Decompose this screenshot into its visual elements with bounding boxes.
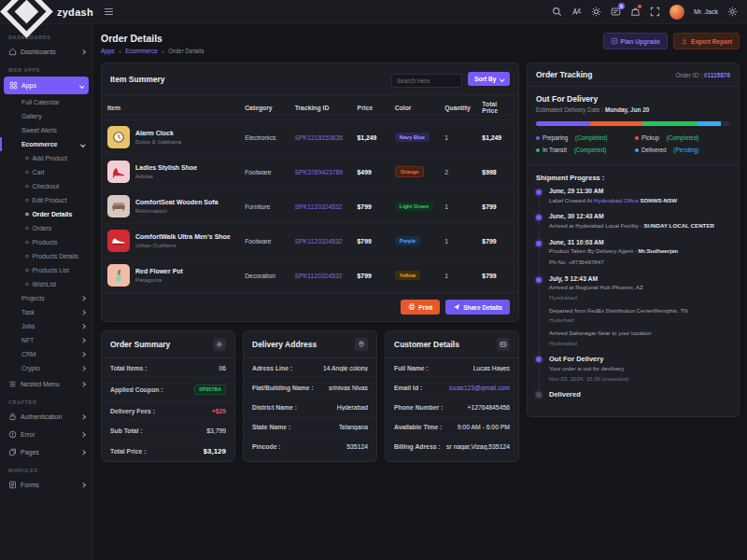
email-link[interactable]: lucas123@gmail.com <box>449 385 510 391</box>
delivery-status-heading: Out For Delivery <box>536 94 730 104</box>
alert-circle-icon <box>8 430 17 439</box>
sidebar-item-ecommerce[interactable]: Ecommerce <box>0 137 92 151</box>
sidebar-item-jobs[interactable]: Jobs <box>0 319 92 333</box>
order-summary-settings-button[interactable] <box>213 338 226 351</box>
sidebar-item-crm[interactable]: CRM <box>0 347 92 361</box>
search-input[interactable] <box>391 74 462 88</box>
color-badge: Purple <box>395 236 420 245</box>
sidebar-item-full-calendar[interactable]: Full Calendar <box>0 95 92 109</box>
logo[interactable]: zydash <box>0 0 93 24</box>
timeline-dot <box>536 189 542 195</box>
cart-icon[interactable] <box>630 7 641 17</box>
bullet-icon <box>25 283 29 287</box>
order-tracking-card: Order Tracking Order ID : #1115876 Out F… <box>527 63 740 417</box>
sidebar-item-products[interactable]: Products <box>0 235 92 249</box>
col-color: Color <box>389 95 440 120</box>
menu-icon[interactable] <box>105 8 113 16</box>
table-row: Ladies Stylish ShoeAdidas Footware SPK37… <box>102 155 518 189</box>
sidebar-item-error[interactable]: Error <box>0 426 92 443</box>
tracking-id-link[interactable]: SPK3789423789 <box>295 169 343 175</box>
summary-row: Total Items :06 <box>102 358 234 378</box>
print-button[interactable]: Print <box>401 300 440 315</box>
sidebar-item-edit-product[interactable]: Edit Product <box>0 193 92 207</box>
chevron-right-icon <box>80 324 85 329</box>
sidebar-item-forms[interactable]: Forms <box>0 476 92 494</box>
bullet-icon <box>25 171 29 175</box>
sidebar-item-products-details[interactable]: Products Details <box>0 249 92 263</box>
facility-link[interactable]: Hyderabad Office <box>594 197 639 203</box>
sidebar-item-orders[interactable]: Orders <box>0 221 92 235</box>
chevron-down-icon <box>79 83 84 88</box>
timeline-dot <box>536 215 542 220</box>
sidebar-section-crafted: CRAFTED <box>0 393 92 408</box>
item-summary-card: Item Summery Sort By Item Category Track… <box>101 63 519 322</box>
dot-icon <box>536 148 540 152</box>
chevron-right-icon <box>80 366 85 371</box>
timeline-event-regional-hub: July, 5 12:43 AM Arrived at Regional Hub… <box>536 275 730 355</box>
top-navbar: zydash 5 Mr. Jack <box>0 0 747 24</box>
customer-details-card-button[interactable] <box>497 338 510 351</box>
sidebar-item-checkout[interactable]: Checkout <box>0 179 92 193</box>
sidebar-item-dashboards[interactable]: Dashboards <box>0 43 92 61</box>
theme-toggle-icon[interactable] <box>591 7 601 17</box>
sidebar-item-cart[interactable]: Cart <box>0 165 92 179</box>
settings-gear-icon[interactable] <box>727 7 738 17</box>
sidebar-item-apps[interactable]: Apps <box>4 77 89 94</box>
table-header-row: Item Category Tracking ID Price Color Qu… <box>102 95 518 120</box>
sort-by-button[interactable]: Sort By <box>468 72 510 86</box>
user-name[interactable]: Mr. Jack <box>694 8 718 15</box>
color-badge: Yellow <box>395 271 420 280</box>
sidebar-item-nested-menu[interactable]: Nested Menu <box>0 375 92 393</box>
export-report-button[interactable]: Export Report <box>673 33 740 49</box>
printer-icon <box>408 303 416 311</box>
table-footer: Print Share Details <box>102 292 518 321</box>
timeline-dot <box>536 392 542 398</box>
plan-upgrade-button[interactable]: Plan Upgrade <box>603 33 669 49</box>
shipment-progress-heading: Shipment Progress : <box>528 165 739 185</box>
customer-row: Full Name :Lucas Hayes <box>386 358 518 378</box>
messages-icon[interactable]: 5 <box>611 7 621 17</box>
avatar[interactable] <box>669 5 684 20</box>
product-thumbnail-flower-pot <box>107 264 130 287</box>
legend-preparing: Preparing (Completed) <box>536 134 631 141</box>
tracking-id-link[interactable]: SPK1120324532 <box>295 238 343 245</box>
tracking-id-link[interactable]: SPK1120324532 <box>295 273 343 279</box>
chevron-right-icon <box>80 352 85 357</box>
table-row: Alarm ClockDolce & Gabbana Electronics S… <box>102 120 518 155</box>
delivery-address-map-button[interactable] <box>355 338 368 351</box>
breadcrumb-ecommerce[interactable]: Ecommerce <box>125 48 158 54</box>
sidebar-item-wishlist[interactable]: WishList <box>0 277 92 291</box>
customer-row: Billing Adress :sr nagar,Vizag,535124 <box>386 437 518 455</box>
tracking-id-link[interactable]: SPK1120324532 <box>295 203 343 210</box>
sidebar-item-order-details[interactable]: Order Details <box>0 207 92 221</box>
breadcrumb-apps[interactable]: Apps <box>101 48 115 54</box>
customer-details-title: Customer Details <box>394 340 459 349</box>
bullet-icon <box>25 255 29 259</box>
product-thumbnail-sneaker <box>107 230 130 252</box>
cart-notification-dot <box>638 5 641 8</box>
sidebar-item-products-list[interactable]: Products List <box>0 263 92 277</box>
tracking-id-link[interactable]: SPK1218153635 <box>295 134 343 141</box>
chevron-right-icon <box>80 338 85 343</box>
table-row: ComfortSeat Wooden SofaReformation Furni… <box>102 189 518 224</box>
sidebar-item-add-product[interactable]: Add Product <box>0 151 92 165</box>
chevron-right-icon <box>80 483 85 487</box>
sidebar-item-authentication[interactable]: Authentication <box>0 408 92 426</box>
bullet-icon <box>25 157 29 161</box>
sidebar-item-nft[interactable]: NFT <box>0 333 92 347</box>
sidebar-item-pages[interactable]: Pages <box>0 443 92 461</box>
grid-icon <box>9 81 18 90</box>
language-icon[interactable] <box>571 7 582 17</box>
search-icon[interactable] <box>552 7 562 17</box>
sidebar-item-sweet-alerts[interactable]: Sweet Alerts <box>0 123 92 137</box>
shipment-timeline: June, 29 11:30 AM Label Created At Hyder… <box>528 185 739 416</box>
sidebar-item-task[interactable]: Task <box>0 305 92 319</box>
sidebar-item-projects[interactable]: Projects <box>0 291 92 305</box>
nested-menu-icon <box>8 380 17 388</box>
sidebar-item-gallery[interactable]: Gallery <box>0 109 92 123</box>
fullscreen-icon[interactable] <box>650 7 660 17</box>
sidebar-item-crypto[interactable]: Crypto <box>0 361 92 375</box>
timeline-event-delivered: Delivered <box>536 390 730 407</box>
share-details-button[interactable]: Share Details <box>445 300 510 315</box>
color-badge: Orange <box>395 166 425 177</box>
